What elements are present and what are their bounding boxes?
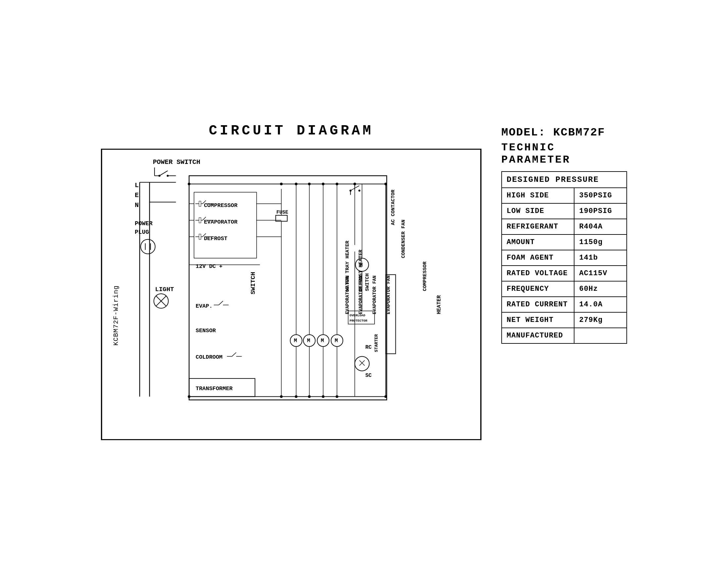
svg-point-93 bbox=[349, 189, 351, 191]
technic-title: TECHNIC PARAMETER bbox=[501, 141, 627, 166]
svg-text:LIGHT: LIGHT bbox=[155, 286, 174, 293]
svg-point-6 bbox=[159, 175, 160, 177]
svg-text:EVAPORATOR FAN: EVAPORATOR FAN bbox=[372, 275, 377, 314]
svg-text:EVAPORATOR: EVAPORATOR bbox=[204, 219, 238, 225]
param-value-high-side: 350PSIG bbox=[574, 188, 627, 203]
svg-text:SENSOR: SENSOR bbox=[196, 328, 216, 334]
table-row: HIGH SIDE 350PSIG bbox=[502, 188, 627, 203]
table-row: RATED CURRENT 14.0A bbox=[502, 297, 627, 312]
svg-rect-32 bbox=[199, 201, 201, 206]
svg-text:TRANSFORMER: TRANSFORMER bbox=[196, 386, 233, 392]
table-row: RATED VOLTAGE AC115V bbox=[502, 265, 627, 281]
svg-text:COMPRESSOR: COMPRESSOR bbox=[204, 202, 238, 209]
svg-text:STARTER: STARTER bbox=[374, 334, 379, 352]
param-value-refrigerant: R404A bbox=[574, 219, 627, 234]
params-header-row: DESIGNED PRESSURE bbox=[502, 171, 627, 188]
svg-text:EVAPORATOR FAN: EVAPORATOR FAN bbox=[386, 275, 391, 314]
param-label-foam-agent: FOAM AGENT bbox=[502, 250, 574, 265]
svg-text:SWITCH: SWITCH bbox=[365, 273, 370, 291]
param-label-low-side: LOW SIDE bbox=[502, 203, 574, 219]
param-label-net-weight: NET WEIGHT bbox=[502, 312, 574, 328]
svg-text:M: M bbox=[307, 338, 310, 344]
svg-rect-42 bbox=[199, 234, 201, 239]
svg-point-123 bbox=[295, 183, 297, 185]
param-value-rated-current: 14.0A bbox=[574, 297, 627, 312]
table-row: MANUFACTURED bbox=[502, 328, 627, 344]
model-title: MODEL: KCBM72F bbox=[501, 126, 627, 139]
svg-point-129 bbox=[308, 396, 311, 398]
svg-text:COMPRESSOR: COMPRESSOR bbox=[422, 261, 428, 291]
content-wrapper: CIRCUIT DIAGRAM POWER SWITCH bbox=[88, 110, 640, 453]
svg-text:N: N bbox=[135, 201, 139, 209]
diagram-title: CIRCUIT DIAGRAM bbox=[209, 123, 374, 139]
svg-text:12V DC +: 12V DC + bbox=[196, 263, 222, 269]
param-value-frequency: 60Hz bbox=[574, 281, 627, 297]
svg-text:AC CONTACTOR: AC CONTACTOR bbox=[390, 189, 396, 225]
svg-text:L: L bbox=[135, 181, 139, 189]
param-label-refrigerant: REFRIGERANT bbox=[502, 219, 574, 234]
svg-text:SC: SC bbox=[365, 373, 372, 379]
param-value-low-side: 190PSIG bbox=[574, 203, 627, 219]
param-label-amount: AMOUNT bbox=[502, 234, 574, 250]
svg-text:M: M bbox=[359, 262, 363, 268]
params-table: DESIGNED PRESSURE HIGH SIDE 350PSIG LOW … bbox=[501, 171, 627, 344]
svg-text:M: M bbox=[294, 338, 297, 344]
param-label-high-side: HIGH SIDE bbox=[502, 188, 574, 203]
param-value-manufactured bbox=[574, 328, 627, 344]
svg-text:OVERLOAD: OVERLOAD bbox=[349, 314, 365, 317]
diagram-outer: CIRCUIT DIAGRAM POWER SWITCH bbox=[101, 123, 481, 440]
svg-point-99 bbox=[280, 183, 283, 185]
param-value-rated-voltage: AC115V bbox=[574, 265, 627, 281]
svg-text:EVAP.: EVAP. bbox=[196, 303, 212, 309]
designed-pressure-header: DESIGNED PRESSURE bbox=[502, 171, 627, 188]
svg-point-131 bbox=[336, 396, 338, 398]
svg-text:RC: RC bbox=[365, 345, 372, 351]
circuit-svg: POWER SWITCH L E N bbox=[102, 149, 481, 440]
param-label-rated-current: RATED CURRENT bbox=[502, 297, 574, 312]
svg-text:M: M bbox=[335, 338, 338, 344]
svg-point-130 bbox=[322, 396, 325, 398]
table-row: LOW SIDE 190PSIG bbox=[502, 203, 627, 219]
param-label-manufactured: MANUFACTURED bbox=[502, 328, 574, 344]
svg-text:COLDROOM: COLDROOM bbox=[196, 354, 222, 360]
svg-text:DEFROST: DEFROST bbox=[204, 235, 227, 242]
param-label-rated-voltage: RATED VOLTAGE bbox=[502, 265, 574, 281]
svg-point-125 bbox=[322, 183, 325, 185]
svg-point-101 bbox=[280, 396, 283, 398]
table-row: FOAM AGENT 141b bbox=[502, 250, 627, 265]
svg-text:SWITCH: SWITCH bbox=[250, 272, 257, 295]
svg-rect-37 bbox=[199, 217, 201, 223]
svg-point-103 bbox=[385, 396, 387, 398]
svg-text:POWER SWITCH: POWER SWITCH bbox=[153, 158, 200, 166]
svg-point-100 bbox=[188, 396, 190, 398]
table-row: NET WEIGHT 279Kg bbox=[502, 312, 627, 328]
svg-point-124 bbox=[308, 183, 311, 185]
table-row: FREQUENCY 60Hz bbox=[502, 281, 627, 297]
page: CIRCUIT DIAGRAM POWER SWITCH bbox=[0, 0, 728, 563]
wiring-label: KCBM72F-Wiring bbox=[112, 286, 120, 346]
svg-text:PROTECTOR: PROTECTOR bbox=[349, 319, 367, 323]
svg-point-126 bbox=[336, 183, 338, 185]
svg-text:EVAPORATOR FAN: EVAPORATOR FAN bbox=[358, 275, 363, 314]
svg-text:E: E bbox=[135, 191, 139, 199]
circuit-container: POWER SWITCH L E N bbox=[101, 149, 481, 440]
svg-text:HEATER: HEATER bbox=[436, 295, 442, 314]
svg-point-102 bbox=[385, 183, 387, 185]
param-value-amount: 1150g bbox=[574, 234, 627, 250]
diagram-section: CIRCUIT DIAGRAM POWER SWITCH bbox=[101, 123, 481, 440]
svg-point-127 bbox=[353, 183, 356, 185]
param-label-frequency: FREQUENCY bbox=[502, 281, 574, 297]
right-panel: MODEL: KCBM72F TECHNIC PARAMETER DESIGNE… bbox=[501, 126, 627, 344]
svg-text:FUSE: FUSE bbox=[276, 210, 288, 215]
svg-point-98 bbox=[188, 183, 190, 185]
svg-point-128 bbox=[295, 396, 297, 398]
param-value-net-weight: 279Kg bbox=[574, 312, 627, 328]
svg-text:EVAPORATOR FAN: EVAPORATOR FAN bbox=[345, 275, 350, 314]
table-row: AMOUNT 1150g bbox=[502, 234, 627, 250]
svg-point-94 bbox=[358, 189, 360, 191]
param-value-foam-agent: 141b bbox=[574, 250, 627, 265]
svg-text:PLUG: PLUG bbox=[135, 229, 149, 235]
svg-text:M: M bbox=[321, 338, 324, 344]
svg-text:CONDENSER FAN: CONDENSER FAN bbox=[401, 219, 406, 258]
table-row: REFRIGERANT R404A bbox=[502, 219, 627, 234]
